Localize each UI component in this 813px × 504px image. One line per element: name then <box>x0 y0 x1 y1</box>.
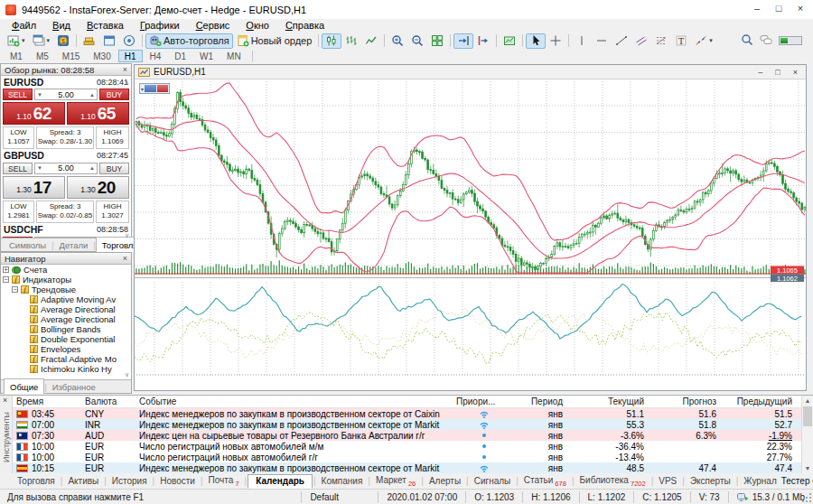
tree-item-9[interactable]: fFractal Adaptive Mo <box>21 354 131 364</box>
tree-expander-icon[interactable]: − <box>12 286 18 293</box>
tree-item-1[interactable]: −fИндикаторы <box>3 275 131 285</box>
toolbox-tab-10[interactable]: Статьи 678 <box>519 474 571 489</box>
scrollbar-down-icon[interactable]: ▼ <box>802 463 813 473</box>
toolbox-tab-12[interactable]: VPS <box>654 475 681 487</box>
tree-item-2[interactable]: −fТрендовые <box>12 285 131 294</box>
calendar-row[interactable]: 07:00INRИндекс менеджеров по закупкам в … <box>13 419 801 430</box>
toolbox-tab-3[interactable]: Новости <box>155 475 200 487</box>
chart-maximize-button[interactable]: □ <box>775 68 780 77</box>
toolbox-tab-8[interactable]: Алерты <box>425 475 465 487</box>
chat-icon[interactable] <box>760 33 772 48</box>
cursor-button[interactable] <box>526 33 546 49</box>
navigator-tab-0[interactable]: Общие <box>4 378 44 394</box>
menu-item-1[interactable]: Вид <box>44 19 79 33</box>
toolbox-tab-1[interactable]: Активы <box>63 475 103 487</box>
zoom-in-button[interactable] <box>388 33 407 49</box>
tree-item-5[interactable]: fAverage Directional <box>21 314 131 324</box>
toolbox-tab-11[interactable]: Библиотека 7202 <box>575 474 650 489</box>
timeframe-m5[interactable]: M5 <box>30 50 55 62</box>
trendline-button[interactable] <box>612 33 631 49</box>
bid-price-tile[interactable]: 1.1062 <box>3 102 65 125</box>
vline-button[interactable] <box>572 33 592 49</box>
menu-item-2[interactable]: Вставка <box>79 19 132 33</box>
timeframe-w1[interactable]: W1 <box>193 50 220 62</box>
toolbox-tab-5[interactable]: Календарь <box>248 474 313 489</box>
tree-item-8[interactable]: fEnvelopes <box>21 344 131 354</box>
lot-stepper[interactable]: ▼5.00▲ <box>34 163 98 174</box>
scrollbar-thumb[interactable] <box>803 406 812 426</box>
toolbox-tab-6[interactable]: Компания <box>317 475 368 487</box>
buy-button[interactable]: BUY <box>99 163 129 174</box>
toolbox-tab-2[interactable]: История <box>107 475 152 487</box>
scroll-up-icon[interactable]: ∧ <box>125 79 129 86</box>
calendar-column-header-6[interactable]: Прогноз <box>651 397 724 406</box>
resize-grip[interactable] <box>802 493 811 502</box>
calendar-column-header-3[interactable]: Приори... <box>456 397 512 406</box>
market-watch-tab-1[interactable]: Детали <box>54 238 94 252</box>
line-chart-button[interactable] <box>361 33 381 49</box>
calendar-row[interactable]: 10:15EURИндекс менеджеров по закупкам в … <box>13 462 801 473</box>
market-watch-tab-0[interactable]: Символы <box>4 238 51 252</box>
dropdown-caret-icon[interactable]: ▾ <box>709 37 713 44</box>
hline-button[interactable] <box>592 33 612 49</box>
tree-item-4[interactable]: fAverage Directional <box>21 304 131 314</box>
price-chart[interactable]: 1.10651.1062 <box>135 79 806 390</box>
timeframe-m15[interactable]: M15 <box>56 50 86 62</box>
lot-stepper[interactable]: ▼5.00▲ <box>34 89 98 100</box>
tree-item-3[interactable]: fAdaptive Moving Av <box>21 294 131 304</box>
calendar-column-header-0[interactable]: Время <box>13 397 85 406</box>
toolbox-tab-4[interactable]: Почта 7 <box>204 474 244 489</box>
autoscroll-button[interactable] <box>453 33 473 49</box>
arrows-tool-button[interactable]: ▾ <box>691 33 716 49</box>
indicators-button[interactable] <box>500 33 519 49</box>
tree-item-0[interactable]: +Счета <box>3 265 131 275</box>
lot-increase-icon[interactable]: ▲ <box>88 92 97 98</box>
zoom-out-button[interactable] <box>407 33 427 49</box>
calendar-row[interactable]: 03:45CNYИндекс менеджеров по закупкам в … <box>13 408 801 419</box>
toolbox-tab-9[interactable]: Сигналы <box>470 475 516 487</box>
lot-decrease-icon[interactable]: ▼ <box>35 165 44 171</box>
one-click-expand-icon[interactable]: ▾ <box>141 86 144 92</box>
profiles-button[interactable]: ▾ <box>29 33 54 49</box>
chart-minimize-button[interactable]: – <box>758 68 762 77</box>
calendar-scrollbar[interactable]: ▲ ▼ <box>801 396 813 473</box>
new-chart-button[interactable]: ▾ <box>4 33 29 49</box>
sell-button[interactable]: SELL <box>3 163 33 174</box>
tree-expander-icon[interactable]: + <box>3 266 9 273</box>
calendar-column-header-5[interactable]: Текущий <box>570 397 651 406</box>
dropdown-caret-icon[interactable]: ▾ <box>47 37 51 44</box>
calendar-column-header-4[interactable]: Период <box>512 397 570 406</box>
lot-decrease-icon[interactable]: ▼ <box>35 92 44 98</box>
calendar-row[interactable]: 07:30AUDИндекс цен на сырьевые товары от… <box>13 430 801 441</box>
mql5-services-button[interactable]: $ <box>53 33 73 49</box>
tree-scroll-down-icon[interactable]: ∨ <box>125 371 129 378</box>
scroll-down-icon[interactable]: ∨ <box>125 232 129 238</box>
toolbox-tab-13[interactable]: Эксперты <box>686 475 735 487</box>
channel-button[interactable] <box>631 33 651 49</box>
calendar-column-header-1[interactable]: Валюта <box>85 397 139 406</box>
sell-button[interactable]: SELL <box>3 89 33 100</box>
tree-item-6[interactable]: fBollinger Bands <box>21 324 131 334</box>
status-profile[interactable]: Default <box>301 491 378 503</box>
candles-chart-button[interactable] <box>322 33 341 49</box>
timeframe-h4[interactable]: H4 <box>144 50 168 62</box>
buy-button[interactable]: BUY <box>99 89 129 100</box>
menu-item-4[interactable]: Сервис <box>188 19 238 33</box>
fibo-button[interactable] <box>651 33 671 49</box>
calendar-row[interactable]: 10:00EURЧисло регистраций новых автомоби… <box>13 452 801 462</box>
scrollbar-up-icon[interactable]: ▲ <box>802 396 813 406</box>
menu-item-6[interactable]: Справка <box>277 19 332 33</box>
menu-item-3[interactable]: Графики <box>132 19 188 33</box>
chart-close-button[interactable]: × <box>793 68 798 77</box>
tile-windows-button[interactable] <box>427 33 447 49</box>
toolbox-tab-0[interactable]: Торговля <box>13 475 60 487</box>
ask-price-tile[interactable]: 1.1065 <box>67 102 129 125</box>
calendar-row[interactable]: 10:00EURЧисло регистраций новых автомоби… <box>13 441 801 452</box>
menu-item-5[interactable]: Окно <box>238 19 277 33</box>
maximize-button[interactable]: □ <box>768 0 790 18</box>
timeframe-d1[interactable]: D1 <box>168 50 192 62</box>
toolbox-tab-7[interactable]: Маркет 26 <box>371 474 420 489</box>
tree-item-10[interactable]: fIchimoku Kinko Hy <box>21 364 131 374</box>
navigator-close-icon[interactable]: × <box>123 255 127 263</box>
ask-price-tile[interactable]: 1.3020 <box>67 176 129 199</box>
